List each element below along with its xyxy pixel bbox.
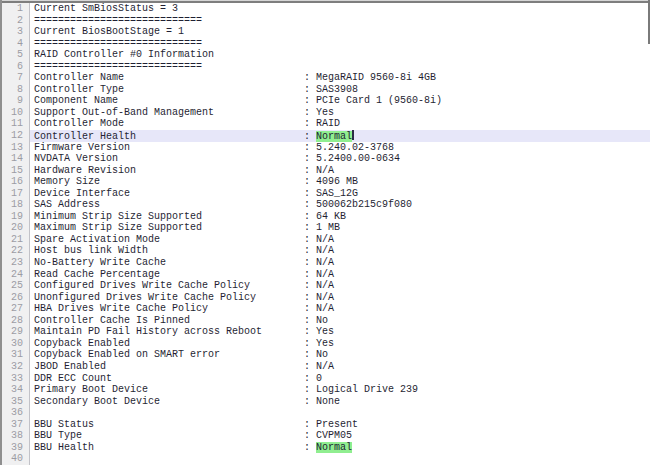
editor-line[interactable]: 17Device Interface: SAS_12G — [2, 188, 650, 200]
editor-line[interactable]: 15Hardware Revision: N/A — [2, 165, 650, 177]
line-number[interactable]: 28 — [2, 315, 30, 327]
line-number[interactable]: 39 — [2, 442, 30, 454]
editor-line[interactable]: 36 — [2, 407, 650, 419]
line-number[interactable]: 4 — [2, 38, 30, 50]
line-number[interactable]: 10 — [2, 107, 30, 119]
editor-line[interactable]: 32JBOD Enabled: N/A — [2, 361, 650, 373]
editor-line[interactable]: 3Current BiosBootStage = 1 — [2, 26, 650, 38]
line-number[interactable]: 2 — [2, 15, 30, 27]
line-number[interactable]: 22 — [2, 245, 30, 257]
line-number[interactable]: 8 — [2, 84, 30, 96]
line-number[interactable]: 19 — [2, 211, 30, 223]
line-number[interactable]: 29 — [2, 326, 30, 338]
line-text: Copyback Enabled on SMART error: No — [30, 349, 650, 361]
line-number[interactable]: 35 — [2, 396, 30, 408]
line-number[interactable]: 23 — [2, 257, 30, 269]
line-number[interactable]: 38 — [2, 430, 30, 442]
field-value: 500062b215c9f080 — [316, 199, 412, 210]
line-number[interactable]: 1 — [2, 3, 30, 15]
editor-line[interactable]: 22Host bus link Width: N/A — [2, 245, 650, 257]
editor-line[interactable]: 24Read Cache Percentage: N/A — [2, 269, 650, 281]
editor-line[interactable]: 28Controller Cache Is Pinned: No — [2, 315, 650, 327]
editor-line[interactable]: 8Controller Type: SAS3908 — [2, 84, 650, 96]
line-number[interactable]: 26 — [2, 292, 30, 304]
editor-line[interactable]: 38BBU Type: CVPM05 — [2, 430, 650, 442]
line-number[interactable]: 3 — [2, 26, 30, 38]
field-label: BBU Type — [34, 430, 304, 442]
line-number[interactable]: 40 — [2, 453, 30, 465]
editor-line[interactable]: 11Controller Mode: RAID — [2, 118, 650, 130]
editor-line[interactable]: 14NVDATA Version: 5.2400.00-0634 — [2, 153, 650, 165]
line-number[interactable]: 11 — [2, 118, 30, 130]
editor-line[interactable]: 39BBU Health: Normal — [2, 442, 650, 454]
line-number[interactable]: 31 — [2, 349, 30, 361]
line-text: BBU Type: CVPM05 — [30, 430, 650, 442]
line-text: JBOD Enabled: N/A — [30, 361, 650, 373]
field-value: 0 — [316, 373, 322, 384]
line-number[interactable]: 24 — [2, 269, 30, 281]
line-text: Memory Size: 4096 MB — [30, 176, 650, 188]
line-number[interactable]: 6 — [2, 61, 30, 73]
editor-line[interactable]: 18SAS Address: 500062b215c9f080 — [2, 199, 650, 211]
editor-line[interactable]: 33DDR ECC Count: 0 — [2, 373, 650, 385]
editor-line[interactable]: 29Maintain PD Fail History across Reboot… — [2, 326, 650, 338]
editor-line[interactable]: 4============================ — [2, 38, 650, 50]
editor-line-current[interactable]: 12Controller Health: Normal — [2, 130, 650, 142]
editor-line[interactable]: 10Support Out-of-Band Management: Yes — [2, 107, 650, 119]
line-text: Controller Health: Normal — [30, 130, 650, 142]
editor-line[interactable]: 16Memory Size: 4096 MB — [2, 176, 650, 188]
line-number[interactable]: 18 — [2, 199, 30, 211]
line-number[interactable]: 7 — [2, 72, 30, 84]
line-number[interactable]: 25 — [2, 280, 30, 292]
editor-line[interactable]: 27HBA Drives Write Cache Policy: N/A — [2, 303, 650, 315]
editor-line[interactable]: 19Minimum Strip Size Supported: 64 KB — [2, 211, 650, 223]
field-separator: : — [304, 269, 316, 280]
editor-line[interactable]: 26Unonfigured Drives Write Cache Policy:… — [2, 292, 650, 304]
line-number[interactable]: 13 — [2, 142, 30, 154]
line-number[interactable]: 5 — [2, 49, 30, 61]
editor-line[interactable]: 31Copyback Enabled on SMART error: No — [2, 349, 650, 361]
line-number[interactable]: 15 — [2, 165, 30, 177]
editor-line[interactable]: 13Firmware Version: 5.240.02-3768 — [2, 142, 650, 154]
line-text: BBU Status: Present — [30, 419, 650, 431]
line-number[interactable]: 34 — [2, 384, 30, 396]
field-separator: : — [304, 315, 316, 326]
editor-line[interactable]: 40 — [2, 453, 650, 465]
editor-line[interactable]: 25Configured Drives Write Cache Policy: … — [2, 280, 650, 292]
editor-line[interactable]: 37BBU Status: Present — [2, 419, 650, 431]
field-separator: : — [304, 292, 316, 303]
field-separator: : — [304, 373, 316, 384]
line-text: Minimum Strip Size Supported: 64 KB — [30, 211, 650, 223]
line-number[interactable]: 32 — [2, 361, 30, 373]
line-number[interactable]: 20 — [2, 222, 30, 234]
editor-line[interactable]: 20Maximum Strip Size Supported: 1 MB — [2, 222, 650, 234]
line-number[interactable]: 12 — [2, 130, 30, 142]
line-number[interactable]: 9 — [2, 95, 30, 107]
editor-line[interactable]: 35Secondary Boot Device: None — [2, 396, 650, 408]
line-number[interactable]: 17 — [2, 188, 30, 200]
field-value: N/A — [316, 245, 334, 256]
line-text: HBA Drives Write Cache Policy: N/A — [30, 303, 650, 315]
line-number[interactable]: 21 — [2, 234, 30, 246]
line-number[interactable]: 33 — [2, 373, 30, 385]
line-number[interactable]: 36 — [2, 407, 30, 419]
editor-line[interactable]: 2============================ — [2, 15, 650, 27]
line-number[interactable]: 16 — [2, 176, 30, 188]
line-number[interactable]: 14 — [2, 153, 30, 165]
line-text: Controller Cache Is Pinned: No — [30, 315, 650, 327]
editor-line[interactable]: 9Component Name: PCIe Card 1 (9560-8i) — [2, 95, 650, 107]
field-value: 5.240.02-3768 — [316, 142, 394, 153]
editor-line[interactable]: 6============================ — [2, 61, 650, 73]
editor-line[interactable]: 30Copyback Enabled: Yes — [2, 338, 650, 350]
editor-line[interactable]: 7Controller Name: MegaRAID 9560-8i 4GB — [2, 72, 650, 84]
line-number[interactable]: 27 — [2, 303, 30, 315]
code-editor[interactable]: 1Current SmBiosStatus = 32==============… — [0, 0, 650, 465]
editor-line[interactable]: 1Current SmBiosStatus = 3 — [2, 3, 650, 15]
field-separator: : — [304, 419, 316, 430]
editor-line[interactable]: 23No-Battery Write Cache: N/A — [2, 257, 650, 269]
line-number[interactable]: 37 — [2, 419, 30, 431]
line-number[interactable]: 30 — [2, 338, 30, 350]
editor-line[interactable]: 21Spare Activation Mode: N/A — [2, 234, 650, 246]
editor-line[interactable]: 5RAID Controller #0 Information — [2, 49, 650, 61]
editor-line[interactable]: 34Primary Boot Device: Logical Drive 239 — [2, 384, 650, 396]
